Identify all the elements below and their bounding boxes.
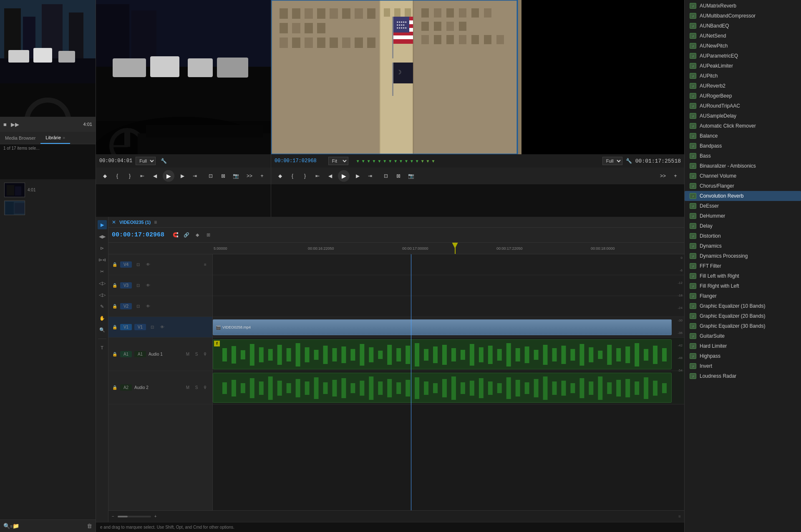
snap-btn[interactable]: 🧲 <box>171 231 180 240</box>
program-export-btn[interactable]: 📷 <box>406 171 416 181</box>
effect-item[interactable]: ♪ AUNBandEQ <box>685 21 801 31</box>
program-goto-in-btn[interactable]: ⇤ <box>313 171 322 181</box>
ripple-tool[interactable]: ⊳ <box>98 243 107 253</box>
zoom-tool[interactable]: 🔍 <box>98 325 107 334</box>
effect-item[interactable]: ♪ Bandpass <box>685 141 801 151</box>
effect-item[interactable]: ♪ Delay <box>685 221 801 231</box>
wrench-icon[interactable]: 🔧 <box>161 158 167 164</box>
source-play-btn[interactable]: ▶ <box>163 170 174 182</box>
go-to-out-btn[interactable]: ⇥ <box>190 171 199 181</box>
effect-item[interactable]: ♪ AUReverb2 <box>685 81 801 91</box>
effect-item[interactable]: ♪ AURoundTripAAC <box>685 101 801 111</box>
solo-btn-a2[interactable]: S <box>193 384 200 391</box>
effect-item[interactable]: ♪ Binauralizer - Ambisonics <box>685 161 801 171</box>
effect-item[interactable]: ♪ GuitarSuite <box>685 331 801 341</box>
effect-item[interactable]: ♪ Automatic Click Remover <box>685 121 801 131</box>
program-step-fwd-btn[interactable]: ▶ <box>353 171 362 181</box>
step-fwd-btn[interactable]: ▶ <box>178 171 187 181</box>
track-eye-v1[interactable]: 👁 <box>159 324 166 331</box>
insert-btn[interactable]: ⊡ <box>206 171 215 181</box>
source-zoom-select[interactable]: Full 1/2 1/4 <box>136 157 156 165</box>
effect-item[interactable]: ♪ AUPeakLimiter <box>685 61 801 71</box>
program-zoom-select-2[interactable]: Full Fit <box>602 157 622 165</box>
track-eye-v3[interactable]: 👁 <box>144 282 152 289</box>
program-zoom-select[interactable]: Fit Full 1/2 <box>328 157 348 165</box>
effect-item[interactable]: ♪ Graphic Equalizer (10 Bands) <box>685 301 801 311</box>
mute-btn-a1[interactable]: M <box>184 351 191 358</box>
program-step-back-btn[interactable]: ◀ <box>325 171 335 181</box>
effect-item[interactable]: ♪ AUNewPitch <box>685 41 801 51</box>
pen-tool[interactable]: ✎ <box>98 302 107 311</box>
zoom-in-btn[interactable]: − <box>112 514 114 519</box>
effect-item[interactable]: ♪ Loudness Radar <box>685 371 801 381</box>
audio-clip-a1[interactable]: f <box>213 339 672 369</box>
effect-item[interactable]: ♪ Fill Left with Right <box>685 271 801 281</box>
program-more-btn[interactable]: >> <box>658 171 668 181</box>
track-lane-v4[interactable] <box>213 254 684 275</box>
effect-item-convolution[interactable]: ♪ Convolution Reverb <box>685 191 801 201</box>
program-lift-btn[interactable]: ⊡ <box>381 171 390 181</box>
track-lane-v3[interactable] <box>213 275 684 296</box>
list-item[interactable]: 4:01 <box>2 181 94 199</box>
track-lane-a1[interactable]: f <box>213 338 684 371</box>
export-frame-btn[interactable]: 📷 <box>231 171 240 181</box>
mic-btn-a1[interactable]: 🎙 <box>202 351 209 358</box>
solo-btn-a1[interactable]: S <box>193 351 200 358</box>
mute-btn-a2[interactable]: M <box>184 384 191 391</box>
go-to-in-btn[interactable]: ⇤ <box>138 171 147 181</box>
program-play-btn[interactable]: ▶ <box>338 170 350 182</box>
effect-item[interactable]: ♪ AUMultibandCompressor <box>685 11 801 21</box>
effect-item[interactable]: ♪ Balance <box>685 131 801 141</box>
program-add-btn[interactable]: + <box>671 171 680 181</box>
effect-item[interactable]: ♪ Channel Volume <box>685 171 801 181</box>
effect-item[interactable]: ♪ AUPitch <box>685 71 801 81</box>
lock-icon-v2[interactable]: 🔒 <box>112 304 118 309</box>
tab-media-browser[interactable]: Media Browser <box>0 132 40 144</box>
effect-item[interactable]: ♪ Dynamics <box>685 241 801 251</box>
program-goto-out-btn[interactable]: ⇥ <box>365 171 375 181</box>
timeline-scroll-btn[interactable]: ≡ <box>678 514 681 519</box>
rolling-tool[interactable]: ⊳⊲ <box>98 255 107 264</box>
effect-item-fill-right[interactable]: ♪ Fill Right with Left <box>685 281 801 291</box>
sequence-menu-icon[interactable]: ≡ <box>154 219 157 225</box>
effect-item[interactable]: ♪ Flanger <box>685 291 801 301</box>
effect-item[interactable]: ♪ Invert <box>685 361 801 371</box>
list-item[interactable] <box>2 199 94 217</box>
text-tool[interactable]: T <box>98 343 107 352</box>
program-in-btn[interactable]: { <box>288 171 297 181</box>
prev-frame-btn[interactable]: ■ <box>3 121 7 128</box>
razor-tool[interactable]: ✂ <box>98 267 107 276</box>
hand-tool[interactable]: ✋ <box>98 314 107 323</box>
effect-item[interactable]: ♪ AUSampleDelay <box>685 111 801 121</box>
zoom-out-btn[interactable]: + <box>154 514 157 519</box>
in-point-btn[interactable]: { <box>113 171 122 181</box>
next-frame-btn[interactable]: ▶▶ <box>11 121 19 128</box>
slip-tool[interactable]: ◁▷ <box>98 279 107 288</box>
track-sync-v2[interactable]: ⊡ <box>134 303 142 310</box>
track-select-tool[interactable]: ◀▶ <box>98 232 107 241</box>
tab-librairie[interactable]: Librărie » <box>40 132 70 144</box>
sequence-close-btn[interactable]: ✕ <box>112 219 116 225</box>
track-sync-v3[interactable]: ⊡ <box>134 282 142 289</box>
lock-icon-v1[interactable]: 🔒 <box>112 324 118 330</box>
effect-item[interactable]: ♪ Bass <box>685 151 801 161</box>
effect-item[interactable]: ♪ DeEsser <box>685 201 801 211</box>
out-point-btn[interactable]: } <box>125 171 134 181</box>
effect-item[interactable]: ♪ AUParametricEQ <box>685 51 801 61</box>
video-clip-v1[interactable]: 🎬 VIDEO0258.mp4 <box>213 319 672 335</box>
effect-item[interactable]: ♪ Highpass <box>685 351 801 361</box>
add-marker-seq-btn[interactable]: ◆ <box>193 231 202 240</box>
selection-tool[interactable]: ▶ <box>98 220 107 229</box>
lock-icon-v3[interactable]: 🔒 <box>112 283 118 289</box>
lock-icon-a1[interactable]: 🔒 <box>112 351 118 357</box>
track-eye-v2[interactable]: 👁 <box>144 303 152 310</box>
effect-item[interactable]: ♪ AUNetSend <box>685 31 801 41</box>
add-marker-btn[interactable]: ◆ <box>100 171 109 181</box>
linked-select-btn[interactable]: 🔗 <box>182 231 191 240</box>
lock-icon-v4[interactable]: 🔒 <box>112 262 118 268</box>
delete-icon[interactable]: 🗑 <box>87 523 92 529</box>
step-back-btn[interactable]: ◀ <box>150 171 159 181</box>
effect-item[interactable]: ♪ AURogerBeep <box>685 91 801 101</box>
more-source-btn[interactable]: >> <box>245 171 254 181</box>
effect-item[interactable]: ♪ Dynamics Processing <box>685 251 801 261</box>
